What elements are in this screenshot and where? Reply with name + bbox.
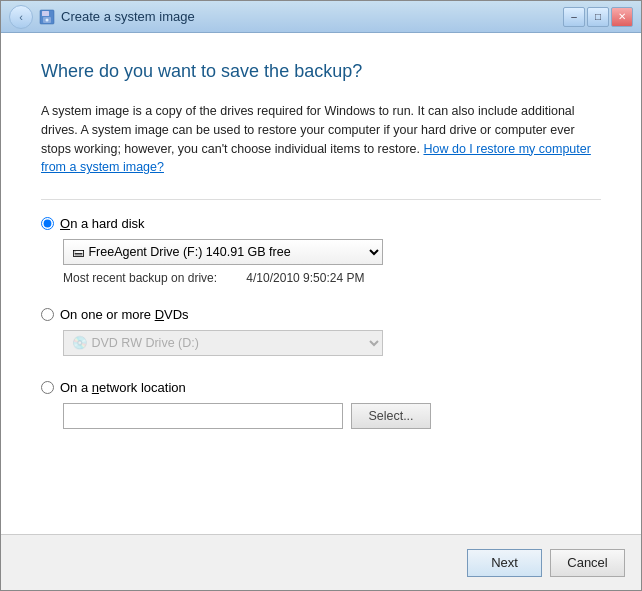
hard-disk-label: On a hard disk: [60, 216, 145, 231]
network-row: Select...: [63, 403, 601, 429]
window-title: Create a system image: [61, 9, 195, 24]
window-icon: [39, 9, 55, 25]
network-input[interactable]: [63, 403, 343, 429]
back-arrow-icon: ‹: [19, 11, 23, 23]
hard-disk-select-row: 🖴 FreeAgent Drive (F:) 140.91 GB free: [63, 239, 601, 265]
maximize-button[interactable]: □: [587, 7, 609, 27]
network-radio-label[interactable]: On a network location: [41, 380, 601, 395]
hard-disk-radio-label[interactable]: On a hard disk: [41, 216, 601, 231]
divider: [41, 199, 601, 200]
dvd-select[interactable]: 💿 DVD RW Drive (D:): [63, 330, 383, 356]
back-button[interactable]: ‹: [9, 5, 33, 29]
title-bar-left: ‹ Create a system image: [9, 5, 563, 29]
network-section: On a network location Select...: [41, 380, 601, 429]
minimize-button[interactable]: –: [563, 7, 585, 27]
network-radio[interactable]: [41, 381, 54, 394]
backup-info-label: Most recent backup on drive:: [63, 271, 243, 285]
hard-disk-radio[interactable]: [41, 217, 54, 230]
backup-info-value: 4/10/2010 9:50:24 PM: [246, 271, 364, 285]
page-title: Where do you want to save the backup?: [41, 61, 601, 82]
hard-disk-select[interactable]: 🖴 FreeAgent Drive (F:) 140.91 GB free: [63, 239, 383, 265]
title-bar: ‹ Create a system image – □ ✕: [1, 1, 641, 33]
svg-rect-1: [42, 11, 49, 16]
cancel-button[interactable]: Cancel: [550, 549, 625, 577]
footer: Next Cancel: [1, 534, 641, 590]
window-controls: – □ ✕: [563, 7, 633, 27]
dvd-section: On one or more DVDs 💿 DVD RW Drive (D:): [41, 307, 601, 362]
dvd-radio[interactable]: [41, 308, 54, 321]
dvd-label: On one or more DVDs: [60, 307, 189, 322]
svg-point-3: [46, 18, 49, 21]
disk-icon: [39, 9, 55, 25]
backup-info-row: Most recent backup on drive: 4/10/2010 9…: [63, 271, 601, 285]
network-label: On a network location: [60, 380, 186, 395]
close-button[interactable]: ✕: [611, 7, 633, 27]
dvd-select-row: 💿 DVD RW Drive (D:): [63, 330, 601, 356]
network-select-button[interactable]: Select...: [351, 403, 431, 429]
main-window: ‹ Create a system image – □ ✕ Where do y…: [0, 0, 642, 591]
hard-disk-section: On a hard disk 🖴 FreeAgent Drive (F:) 14…: [41, 216, 601, 289]
dvd-radio-label[interactable]: On one or more DVDs: [41, 307, 601, 322]
main-content: Where do you want to save the backup? A …: [1, 33, 641, 534]
next-button[interactable]: Next: [467, 549, 542, 577]
description-text: A system image is a copy of the drives r…: [41, 102, 601, 177]
